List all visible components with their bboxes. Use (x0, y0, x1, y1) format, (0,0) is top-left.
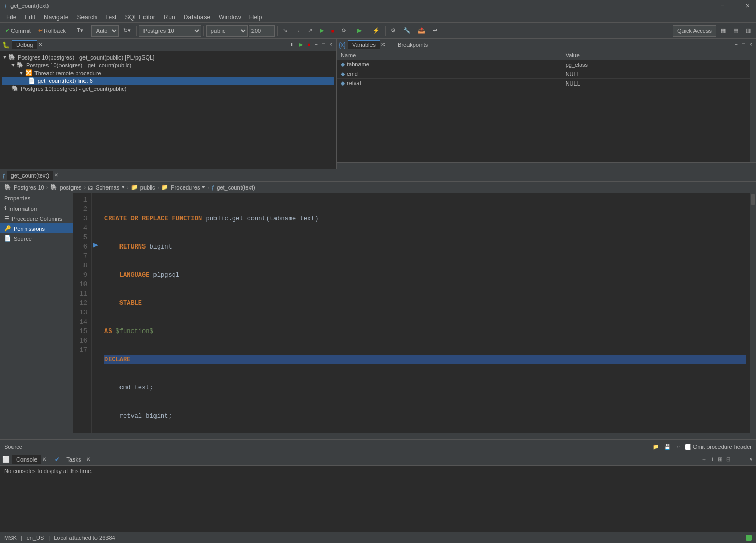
var-row-2[interactable]: ◆retval NULL (337, 79, 750, 88)
editor-scrollbar-v[interactable] (750, 193, 756, 433)
vars-close[interactable]: × (748, 42, 754, 48)
quick-access-button[interactable]: Quick Access (673, 25, 716, 37)
debug-resume[interactable]: ▶ (317, 25, 327, 37)
editor-tab-icon: ƒ (2, 172, 6, 179)
debug-tab-close[interactable]: ✕ (38, 42, 42, 48)
debug-stop-btn[interactable]: ■ (306, 42, 312, 48)
vars-scrollbar-h[interactable] (337, 162, 756, 169)
misc-button-1[interactable]: ⚙ (388, 25, 399, 37)
console-maximize[interactable]: □ (740, 456, 747, 462)
console-tab[interactable]: Console (12, 455, 41, 464)
connect-button[interactable]: ⚡ (369, 25, 383, 37)
breakpoints-tab[interactable]: Breakpoints (393, 41, 432, 49)
auto-mode-select[interactable]: Auto (91, 25, 119, 37)
console-message: No consoles to display at this time. (4, 468, 92, 474)
commit-button[interactable]: ✔ Commit (2, 25, 34, 37)
console-tab-close[interactable]: ✕ (42, 456, 46, 462)
tree-item-4[interactable]: 🐘 Postgres 10(postgres) - get_count(publ… (2, 85, 334, 92)
maximize-button[interactable]: □ (730, 2, 739, 10)
misc-button-2[interactable]: 🔧 (400, 25, 414, 37)
console-new-btn[interactable]: + (709, 456, 715, 462)
tree-item-1[interactable]: ▼ 🐘 Postgres 10(postgres) - get_count(pu… (2, 61, 334, 69)
vars-main: Name Value ◆tabname pg_class ◆cmd (337, 51, 756, 162)
menu-window[interactable]: Window (214, 13, 245, 22)
console-minimize[interactable]: − (733, 456, 739, 462)
omit-checkbox[interactable] (685, 444, 691, 450)
console-close[interactable]: × (748, 456, 754, 462)
var-row-0[interactable]: ◆tabname pg_class (337, 60, 750, 69)
menu-search[interactable]: Search (73, 13, 101, 22)
menu-run[interactable]: Run (160, 13, 179, 22)
misc-button-3[interactable]: 📤 (415, 25, 428, 37)
tree-item-0[interactable]: ▼ 🐘 Postgres 10(postgres) - get_count(pu… (2, 53, 334, 61)
zoom-input[interactable] (249, 25, 275, 37)
tree-item-3[interactable]: 📄 get_count(text) line: 6 (2, 77, 334, 85)
tree-db-icon-1: 🐘 (17, 62, 24, 68)
toolbar-sep-2 (89, 26, 89, 36)
debug-resume-btn[interactable]: ▶ (297, 42, 305, 48)
layout-btn-3[interactable]: ▥ (742, 25, 754, 37)
menu-help[interactable]: Help (245, 13, 267, 22)
vars-minimize[interactable]: − (733, 42, 739, 48)
menu-test[interactable]: Test (101, 13, 121, 22)
minimize-panel-btn[interactable]: − (313, 42, 319, 48)
editor-tab-get-count[interactable]: get_count(text) (7, 171, 53, 180)
tasks-tab[interactable]: Tasks (62, 455, 85, 464)
sidebar-item-source[interactable]: 📄 Source (0, 233, 73, 243)
source-diff-btn[interactable]: ↔ (674, 444, 682, 450)
misc-button-4[interactable]: ↩ (429, 25, 440, 37)
db-selector[interactable]: Postgres 10 (139, 25, 201, 37)
arrow-1 (92, 193, 100, 203)
vars-maximize[interactable]: □ (740, 42, 747, 48)
menu-navigate[interactable]: Navigate (40, 13, 73, 22)
console-send-btn[interactable]: → (700, 456, 708, 462)
editor-scrollbar-h[interactable] (73, 433, 756, 439)
debug-restart[interactable]: ⟳ (339, 25, 350, 37)
debug-step-out[interactable]: ↗ (305, 25, 316, 37)
rollback-button[interactable]: ↩ Rollback (35, 25, 69, 37)
maximize-panel-btn[interactable]: □ (320, 42, 327, 48)
debug-step-btn[interactable]: ↘ (280, 25, 291, 37)
sidebar-item-information[interactable]: ℹ Information (0, 204, 73, 214)
vars-tab-close[interactable]: ✕ (381, 42, 385, 48)
console-split-v-btn[interactable]: ⊟ (725, 456, 732, 462)
code-content[interactable]: CREATE OR REPLACE FUNCTION public.get_co… (100, 193, 750, 433)
tasks-tab-close[interactable]: ✕ (86, 456, 90, 462)
source-folder-btn[interactable]: 📁 (651, 444, 661, 450)
sidebar-item-permissions[interactable]: 🔑 Permissions (0, 223, 73, 233)
run-button[interactable]: ▶ (354, 25, 365, 37)
schema-selector[interactable]: public (206, 25, 248, 37)
menu-sqleditor[interactable]: SQL Editor (121, 13, 159, 22)
layout-btn-1[interactable]: ▦ (717, 25, 729, 37)
sidebar-item-procedure-columns[interactable]: ☰ Procedure Columns (0, 214, 73, 223)
editor-tab-close[interactable]: ✕ (54, 172, 58, 178)
var-row-1[interactable]: ◆cmd NULL (337, 69, 750, 79)
format-button[interactable]: T▾ (74, 25, 87, 37)
tree-db-icon-0: 🐘 (8, 54, 16, 61)
tree-label-2: Thread: remote procedure (34, 70, 101, 76)
menu-file[interactable]: File (2, 13, 20, 22)
pause-button[interactable]: ⏸ (288, 42, 296, 48)
debug-step-over[interactable]: → (292, 25, 304, 37)
debug-tab[interactable]: Debug (12, 40, 37, 49)
tree-item-2[interactable]: ▼ 🔀 Thread: remote procedure (2, 69, 334, 77)
layout-btn-2[interactable]: ▤ (730, 25, 741, 37)
line-num-8: 8 (77, 261, 87, 270)
console-split-btn[interactable]: ⊞ (716, 456, 724, 462)
source-save-btn[interactable]: 💾 (663, 444, 672, 450)
refresh-button[interactable]: ↻▾ (120, 25, 134, 37)
permissions-icon: 🔑 (4, 225, 11, 232)
close-button[interactable]: × (743, 2, 752, 10)
menu-edit[interactable]: Edit (20, 13, 40, 22)
variables-tab[interactable]: Variables (348, 40, 380, 49)
vars-scrollbar-v[interactable] (750, 51, 756, 162)
menu-database[interactable]: Database (179, 13, 214, 22)
source-controls: 📁 💾 ↔ Omit procedure header (651, 444, 752, 450)
debug-stop[interactable]: ■ (328, 25, 338, 37)
toolbar-sep-3 (136, 26, 137, 36)
minimize-button[interactable]: − (718, 2, 726, 10)
code-editor[interactable]: 1 2 3 4 5 6 7 8 9 10 11 12 13 (73, 193, 756, 433)
sidebar-tab-properties[interactable]: Properties (0, 193, 73, 204)
var-name-0: ◆tabname (337, 60, 561, 69)
close-panel-btn[interactable]: × (328, 42, 334, 48)
